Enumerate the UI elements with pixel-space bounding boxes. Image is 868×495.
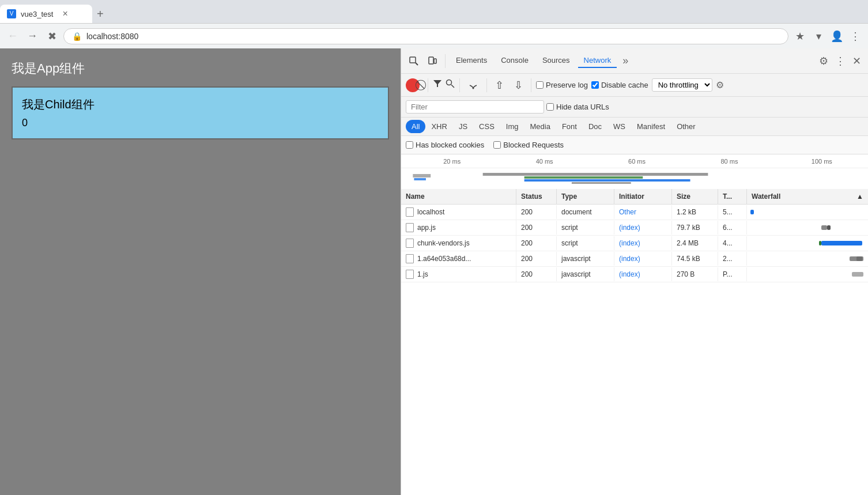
bookmark-star-button[interactable]: ★ (792, 28, 808, 44)
timeline-marker-4: 80 ms (683, 158, 775, 165)
search-button[interactable] (446, 79, 455, 91)
menu-button[interactable]: ⋮ (847, 28, 863, 44)
file-icon (406, 223, 414, 232)
td-status-1js: 200 (516, 267, 557, 281)
hide-data-urls-label[interactable]: Hide data URLs (546, 103, 609, 111)
download-button[interactable]: ⇩ (511, 77, 526, 94)
network-filter-row: Hide data URLs (401, 97, 868, 118)
more-options-button[interactable]: ⋮ (833, 52, 848, 70)
tab-console[interactable]: Console (495, 54, 534, 68)
type-tab-manifest[interactable]: Manifest (631, 120, 671, 133)
td-initiator-appjs[interactable]: (index) (614, 221, 672, 235)
table-row[interactable]: 1.js 200 javascript (index) 270 B P... (401, 267, 868, 282)
td-time-1js: P... (718, 267, 747, 281)
td-initiator-chunkvendors[interactable]: (index) (614, 236, 672, 250)
blocked-requests-label[interactable]: Blocked Requests (493, 141, 564, 149)
filter-input[interactable] (406, 100, 544, 114)
has-blocked-cookies-checkbox[interactable] (406, 141, 413, 149)
th-initiator[interactable]: Initiator (614, 189, 672, 204)
type-tab-js[interactable]: JS (453, 120, 473, 133)
type-tab-img[interactable]: Img (500, 120, 524, 133)
page-content: 我是App组件 我是Child组件 0 (0, 48, 401, 495)
record-button[interactable] (406, 78, 420, 92)
table-row[interactable]: app.js 200 script (index) 79.7 kB 6... (401, 220, 868, 236)
preserve-log-checkbox[interactable] (536, 81, 544, 89)
svg-line-6 (451, 85, 454, 88)
svg-rect-8 (413, 174, 431, 177)
network-table[interactable]: Name Status Type Initiator Size T... Wat… (401, 189, 868, 495)
svg-rect-2 (429, 57, 433, 64)
throttle-gear-icon[interactable]: ⚙ (716, 80, 724, 90)
address-bar[interactable]: 🔒 localhost:8080 (63, 28, 788, 44)
new-tab-button[interactable]: + (92, 5, 108, 23)
td-time-chunkvendors: 4... (718, 236, 747, 250)
th-name[interactable]: Name (401, 189, 516, 204)
disable-cache-checkbox[interactable] (591, 81, 599, 89)
type-tab-other[interactable]: Other (671, 120, 701, 133)
td-initiator-localhost[interactable]: Other (614, 205, 672, 219)
tab-elements[interactable]: Elements (450, 54, 493, 68)
table-row[interactable]: 1.a64e053a68d... 200 javascript (index) … (401, 251, 868, 267)
td-initiator-1js[interactable]: (index) (614, 267, 672, 281)
active-tab[interactable]: V vue3_test × (0, 5, 92, 23)
type-tab-font[interactable]: Font (556, 120, 583, 133)
throttle-select[interactable]: No throttling (652, 78, 712, 92)
disable-cache-label[interactable]: Disable cache (591, 81, 648, 89)
tab-close-button[interactable]: × (62, 9, 67, 19)
back-button[interactable]: ← (5, 28, 21, 44)
filter-button[interactable] (433, 79, 442, 91)
sort-icon: ▲ (856, 192, 863, 201)
td-type-1js: javascript (557, 267, 614, 281)
device-toolbar-button[interactable] (424, 54, 440, 68)
has-blocked-cookies-label[interactable]: Has blocked cookies (406, 141, 484, 149)
hide-data-urls-checkbox[interactable] (546, 103, 554, 111)
upload-button[interactable]: ⇧ (492, 77, 507, 94)
th-waterfall[interactable]: Waterfall ▲ (747, 189, 868, 204)
td-initiator-1a64[interactable]: (index) (614, 252, 672, 266)
tab-title: vue3_test (21, 10, 53, 18)
th-size[interactable]: Size (672, 189, 718, 204)
child-count: 0 (22, 117, 379, 129)
svg-rect-13 (572, 182, 631, 184)
type-tab-all[interactable]: All (406, 120, 425, 133)
profile-button[interactable]: 👤 (829, 28, 845, 44)
file-icon (406, 270, 414, 279)
forward-button[interactable]: → (24, 28, 40, 44)
close-devtools-button[interactable]: ✕ (850, 52, 863, 70)
type-tab-ws[interactable]: WS (607, 120, 631, 133)
timeline-area: 20 ms 40 ms 60 ms 80 ms 100 ms (401, 154, 868, 189)
table-row[interactable]: localhost 200 document Other 1.2 kB 5... (401, 205, 868, 220)
inspect-element-button[interactable] (406, 54, 422, 68)
svg-point-5 (447, 80, 452, 85)
blocked-requests-text: Blocked Requests (503, 141, 564, 149)
td-status-appjs: 200 (516, 221, 557, 235)
tab-sources[interactable]: Sources (537, 54, 576, 68)
table-row[interactable]: chunk-vendors.js 200 script (index) 2.4 … (401, 236, 868, 251)
reload-button[interactable]: ✖ (44, 28, 60, 44)
td-size-appjs: 79.7 kB (672, 221, 718, 235)
svg-rect-3 (434, 59, 436, 63)
th-time[interactable]: T... (718, 189, 747, 204)
nav-bar: ← → ✖ 🔒 localhost:8080 ★ ▾ 👤 ⋮ (0, 23, 868, 48)
td-time-appjs: 6... (718, 221, 747, 235)
settings-button[interactable]: ⚙ (817, 52, 831, 70)
type-tab-doc[interactable]: Doc (583, 120, 607, 133)
svg-rect-0 (410, 57, 416, 63)
type-tab-xhr[interactable]: XHR (425, 120, 452, 133)
preserve-log-label[interactable]: Preserve log (536, 81, 588, 89)
child-title: 我是Child组件 (22, 97, 379, 112)
svg-line-1 (416, 63, 418, 65)
extension-button[interactable]: ▾ (810, 28, 827, 44)
svg-point-7 (473, 87, 474, 89)
blocked-requests-checkbox[interactable] (493, 141, 501, 149)
tab-network[interactable]: Network (578, 54, 617, 68)
more-tabs-button[interactable]: » (619, 54, 632, 68)
type-tab-css[interactable]: CSS (473, 120, 500, 133)
th-type[interactable]: Type (557, 189, 614, 204)
nt-sep1 (428, 78, 428, 92)
wifi-button[interactable] (465, 79, 482, 92)
td-waterfall-1a64 (747, 255, 868, 262)
th-status[interactable]: Status (516, 189, 557, 204)
type-tab-media[interactable]: Media (524, 120, 556, 133)
table-header: Name Status Type Initiator Size T... Wat… (401, 189, 868, 205)
